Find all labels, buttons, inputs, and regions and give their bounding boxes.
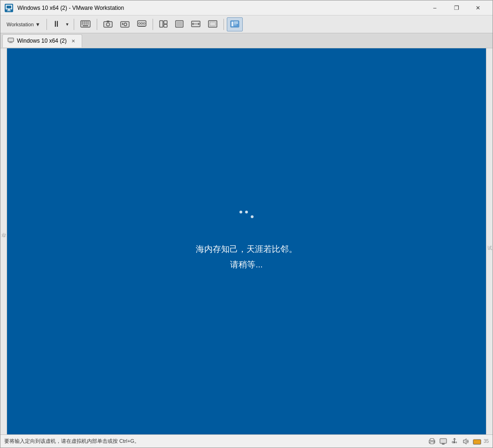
svg-rect-40 [10, 42, 12, 43]
svg-rect-43 [430, 439, 434, 440]
toolbar-separator-5 [223, 19, 224, 30]
tab-vm-icon [8, 38, 14, 45]
svg-rect-51 [473, 440, 477, 440]
keyboard-icon [80, 20, 91, 29]
svg-rect-18 [121, 22, 129, 27]
fullscreen-icon [175, 20, 184, 29]
library-icon [230, 20, 239, 29]
toolbar-separator-3 [97, 19, 97, 30]
usb-status-icon [450, 437, 459, 446]
window-controls: – ❐ ✕ [424, 0, 489, 15]
send-keys-button[interactable] [77, 17, 94, 31]
workstation-dropdown-icon: ▼ [35, 22, 40, 27]
vm-message: 海内存知己，天涯若比邻。 请稍等... [196, 242, 297, 272]
unity-icon [159, 20, 168, 29]
tab-close-button[interactable]: ✕ [69, 37, 77, 45]
page-number: 35 [484, 439, 489, 444]
svg-rect-37 [234, 23, 238, 24]
toolbar-separator-4 [153, 19, 153, 30]
svg-rect-17 [107, 21, 109, 22]
network-status-icon [439, 437, 448, 446]
minimize-button[interactable]: – [424, 0, 446, 15]
fit-icon [191, 20, 200, 29]
vm-area-wrapper: 存 海内存知己，天涯若比邻。 请稍等... 试 [0, 48, 493, 434]
svg-rect-46 [440, 439, 447, 443]
svg-rect-11 [84, 23, 85, 24]
fit-window-icon [208, 20, 217, 29]
svg-rect-39 [8, 38, 14, 42]
svg-rect-13 [87, 23, 89, 24]
snapshot-manager-button[interactable] [134, 17, 150, 31]
svg-rect-14 [83, 25, 88, 26]
vm-tab[interactable]: Windows 10 x64 (2) ✕ [2, 34, 82, 47]
storage-status-icon [472, 437, 482, 446]
app-window: Windows 10 x64 (2) - VMware Workstation … [0, 0, 493, 448]
vm-message-line2: 请稍等... [196, 257, 297, 272]
close-button[interactable]: ✕ [467, 0, 489, 15]
svg-rect-12 [85, 23, 87, 24]
tab-bar: Windows 10 x64 (2) ✕ [0, 33, 493, 48]
revert-snapshot-button[interactable] [117, 17, 133, 31]
svg-rect-9 [87, 22, 89, 23]
status-icons [427, 437, 482, 446]
dot-3 [251, 215, 254, 218]
svg-rect-35 [231, 22, 233, 26]
workstation-menu-button[interactable]: Workstation ▼ [3, 17, 44, 31]
camera-icon [103, 20, 113, 29]
svg-rect-26 [164, 21, 167, 24]
pause-dropdown-icon: ▼ [65, 22, 69, 27]
sound-status-icon [461, 437, 470, 446]
restore-button[interactable]: ❐ [446, 0, 467, 15]
status-text: 要将输入定向到该虚机，请在虚拟机内部单击或按 Ctrl+G。 [4, 438, 427, 445]
svg-rect-7 [84, 22, 85, 23]
svg-rect-3 [8, 9, 10, 10]
dot-2 [245, 211, 248, 213]
svg-rect-6 [82, 22, 83, 23]
toolbar-separator-1 [46, 19, 47, 30]
side-strip-left: 存 [0, 48, 7, 434]
svg-rect-38 [234, 24, 237, 25]
vm-screen[interactable]: 海内存知己，天涯若比邻。 请稍等... [7, 48, 486, 434]
svg-rect-24 [139, 26, 145, 27]
svg-rect-29 [177, 22, 182, 26]
pause-button[interactable]: ⏸ [50, 17, 63, 31]
svg-point-45 [434, 441, 435, 442]
svg-rect-10 [82, 23, 83, 24]
svg-rect-20 [138, 21, 146, 26]
unity-button[interactable] [156, 17, 171, 31]
svg-rect-8 [85, 22, 87, 23]
svg-rect-36 [234, 22, 238, 23]
app-icon [4, 3, 14, 13]
svg-rect-27 [164, 24, 167, 27]
printer-status-icon [427, 437, 437, 446]
svg-rect-41 [9, 42, 13, 43]
svg-rect-44 [430, 442, 434, 444]
workstation-label: Workstation [7, 22, 34, 27]
tab-label: Windows 10 x64 (2) [17, 38, 67, 44]
content-area: 存 海内存知己，天涯若比邻。 请稍等... 试 [0, 48, 493, 434]
vm-message-line1: 海内存知己，天涯若比邻。 [196, 242, 297, 257]
toolbar: Workstation ▼ ⏸ ▼ [0, 15, 493, 33]
window-title: Windows 10 x64 (2) - VMware Workstation [17, 5, 424, 11]
dot-1 [239, 211, 242, 213]
take-snapshot-button[interactable] [100, 17, 116, 31]
library-button[interactable] [227, 17, 243, 31]
fit-guest-button[interactable] [188, 17, 204, 31]
pause-dropdown-button[interactable]: ▼ [64, 17, 71, 31]
loading-dots [239, 211, 254, 218]
svg-rect-2 [7, 6, 11, 8]
svg-rect-25 [160, 21, 163, 27]
side-strip-right: 试 [486, 48, 493, 434]
status-bar: 要将输入定向到该虚机，请在虚拟机内部单击或按 Ctrl+G。 [0, 434, 493, 448]
svg-rect-4 [7, 10, 11, 11]
snapshot-list-icon [137, 20, 146, 29]
pause-icon: ⏸ [52, 19, 61, 29]
fullscreen-button[interactable] [172, 17, 187, 31]
fit-window-button[interactable] [205, 17, 221, 31]
revert-icon [120, 20, 130, 29]
toolbar-separator-2 [74, 19, 74, 30]
title-bar: Windows 10 x64 (2) - VMware Workstation … [0, 0, 493, 15]
